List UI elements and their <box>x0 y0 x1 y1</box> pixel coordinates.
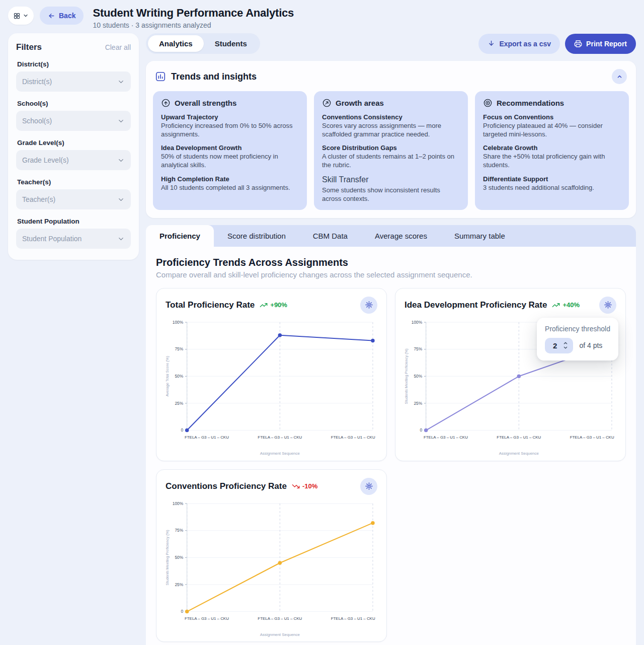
section-subtitle: Compare overall and skill-level proficie… <box>156 270 626 279</box>
svg-text:Assignment Sequence: Assignment Sequence <box>499 451 539 456</box>
tab-students[interactable]: Students <box>204 35 258 52</box>
main-content: Analytics Students Export as a csv <box>146 33 636 645</box>
svg-text:100%: 100% <box>412 320 423 325</box>
svg-text:25%: 25% <box>175 582 183 587</box>
svg-text:FTELA – G3 – U1 – CKU: FTELA – G3 – U1 – CKU <box>258 616 302 621</box>
insight-cards: Overall strengths Upward Trajectory Prof… <box>153 91 629 210</box>
chart-card-header: Idea Development Proficiency Rate +40% <box>405 297 616 314</box>
tab-cbm-data[interactable]: CBM Data <box>299 225 361 247</box>
section-title: Proficiency Trends Across Assignments <box>156 257 626 268</box>
arrow-up-circle-icon <box>161 98 171 108</box>
page-title: Student Writing Performance Analytics <box>93 7 294 20</box>
trends-panel: Trends and insights Overal <box>146 61 636 218</box>
svg-text:0: 0 <box>181 427 184 433</box>
filters-header: Filters Clear all <box>16 42 131 52</box>
filter-group-grade-levels: Grade Level(s) Grade Level(s) <box>16 139 131 170</box>
svg-text:0: 0 <box>181 609 184 614</box>
app-switcher-button[interactable] <box>8 7 34 25</box>
insight-card-overall-strengths: Overall strengths Upward Trajectory Prof… <box>153 91 307 210</box>
chart-card-header: Conventions Proficiency Rate -10% <box>166 478 377 495</box>
insight-item-desc: Share the +50% total proficiency gain wi… <box>483 152 621 169</box>
filter-group-schools: School(s) School(s) <box>16 100 131 131</box>
filter-group-teachers: Teacher(s) Teacher(s) <box>16 178 131 209</box>
grade-select-placeholder: Grade Level(s) <box>22 156 69 164</box>
popover-row: 2 <box>545 338 610 353</box>
svg-text:50%: 50% <box>414 374 422 379</box>
charts-panel: Proficiency Score distribution CBM Data … <box>146 225 636 645</box>
stepper-up-button[interactable] <box>563 341 568 345</box>
grade-level-select[interactable]: Grade Level(s) <box>16 150 131 170</box>
export-csv-button[interactable]: Export as a csv <box>478 34 560 54</box>
insight-item-title: Score Distribution Gaps <box>322 144 460 152</box>
print-report-button[interactable]: Print Report <box>565 34 636 54</box>
threshold-stepper[interactable]: 2 <box>545 338 573 353</box>
insight-item-title: Upward Trajectory <box>161 113 299 121</box>
insight-item-title: Idea Development Growth <box>161 144 299 152</box>
chart-settings-button[interactable] <box>360 478 377 495</box>
insight-item-title: Celebrate Growth <box>483 144 621 152</box>
insight-item: Celebrate Growth Share the +50% total pr… <box>483 144 621 169</box>
trends-title: Trends and insights <box>171 71 257 82</box>
view-tab-group: Analytics Students <box>146 33 260 54</box>
filter-group-districts: District(s) District(s) <box>16 60 131 92</box>
chart-title: Total Proficiency Rate <box>166 300 255 310</box>
svg-text:Students Meeting Proficiency (: Students Meeting Proficiency (%) <box>165 529 170 585</box>
tab-analytics[interactable]: Analytics <box>148 35 204 52</box>
arrow-up-right-circle-icon <box>322 98 332 108</box>
settings-gear-icon <box>365 482 373 490</box>
insight-card-recommendations: Recommendations Focus on Conventions Pro… <box>475 91 629 210</box>
filters-panel: Filters Clear all District(s) District(s… <box>8 33 139 260</box>
trend-badge: -10% <box>292 482 317 490</box>
svg-text:100%: 100% <box>173 320 184 325</box>
svg-text:FTELA – G3 – U1 – CKU: FTELA – G3 – U1 – CKU <box>497 435 541 440</box>
svg-text:50%: 50% <box>175 374 183 379</box>
insight-card-header: Growth areas <box>322 98 460 108</box>
insight-item-desc: Scores vary across assignments — more sc… <box>322 121 460 138</box>
chart-settings-button[interactable] <box>360 297 377 314</box>
insight-card-title: Overall strengths <box>175 99 236 107</box>
district-select[interactable]: District(s) <box>16 71 131 92</box>
insight-card-title: Growth areas <box>336 99 384 107</box>
tab-score-distribution[interactable]: Score distribution <box>214 225 299 247</box>
threshold-value: 2 <box>553 341 557 350</box>
chevron-down-icon <box>23 13 29 19</box>
toolbar-actions: Export as a csv Print Report <box>478 34 636 54</box>
svg-text:Assignment Sequence: Assignment Sequence <box>260 451 300 456</box>
clear-all-button[interactable]: Clear all <box>105 43 131 51</box>
insight-item: Conventions Consistency Scores vary acro… <box>322 113 460 138</box>
line-chart-conventions: 025%50%75%100%FTELA – G3 – U1 – CKUFTELA… <box>164 497 379 639</box>
tab-summary-table[interactable]: Summary table <box>441 225 519 247</box>
collapse-trends-button[interactable] <box>612 69 627 84</box>
apps-grid-icon <box>13 12 21 20</box>
printer-icon <box>574 40 582 48</box>
student-population-select[interactable]: Student Population <box>16 229 131 249</box>
target-icon <box>483 98 493 108</box>
svg-text:25%: 25% <box>414 401 422 406</box>
chevron-down-icon <box>117 235 125 243</box>
title-block: Student Writing Performance Analytics 10… <box>93 7 294 29</box>
district-filter-label: District(s) <box>17 60 131 68</box>
teacher-select[interactable]: Teacher(s) <box>16 189 131 209</box>
tab-average-scores[interactable]: Average scores <box>361 225 441 247</box>
main-toolbar: Analytics Students Export as a csv <box>146 33 636 54</box>
insight-item: Focus on Conventions Proficiency plateau… <box>483 113 621 138</box>
back-button[interactable]: Back <box>40 7 84 25</box>
filter-group-student-population: Student Population Student Population <box>16 218 131 249</box>
chart-settings-button[interactable] <box>599 297 616 314</box>
chevron-down-icon <box>117 117 125 125</box>
chevron-up-icon <box>616 73 623 81</box>
back-label: Back <box>59 12 75 20</box>
school-select-placeholder: School(s) <box>22 117 52 125</box>
tab-proficiency[interactable]: Proficiency <box>146 225 214 247</box>
stepper-down-button[interactable] <box>563 346 568 349</box>
arrow-left-icon <box>48 12 55 20</box>
svg-text:FTELA – G3 – U1 – CKU: FTELA – G3 – U1 – CKU <box>424 435 468 440</box>
school-select[interactable]: School(s) <box>16 111 131 131</box>
svg-text:FTELA – G3 – U1 – CKU: FTELA – G3 – U1 – CKU <box>185 435 229 440</box>
chevron-down-icon <box>117 78 125 86</box>
line-chart-total-proficiency: 025%50%75%100%FTELA – G3 – U1 – CKUFTELA… <box>164 316 379 458</box>
svg-text:75%: 75% <box>414 346 422 351</box>
svg-text:50%: 50% <box>175 555 183 560</box>
teacher-select-placeholder: Teacher(s) <box>22 195 55 203</box>
insight-card-header: Recommendations <box>483 98 621 108</box>
